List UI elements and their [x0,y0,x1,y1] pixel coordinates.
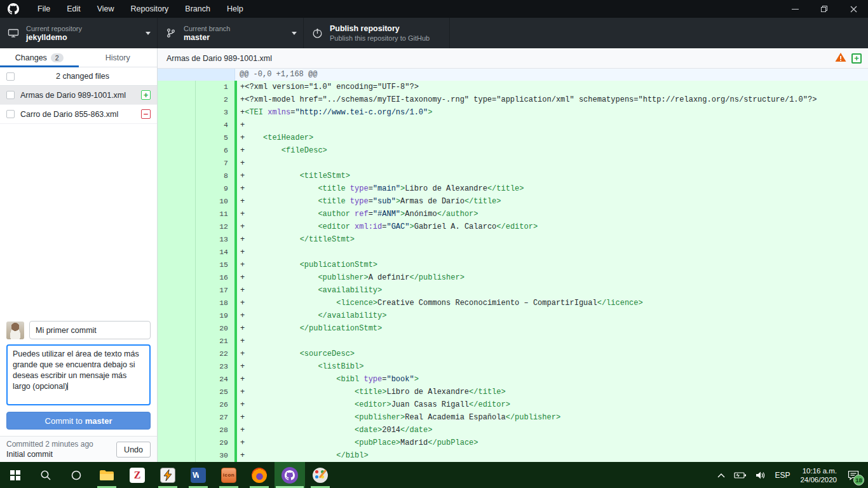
diff-line: 11+ <author ref="#ANM">Anónimo</author> [158,208,868,220]
diff-file-header: Armas de Dario 989-1001.xml + [158,48,868,69]
firefox-icon [252,468,267,483]
sidebar-tabs: Changes 2 History [0,48,157,67]
start-button[interactable] [0,462,31,488]
git-branch-icon [164,28,178,38]
folder-icon [99,469,114,482]
last-commit-banner: Committed 2 minutes ago Initial commit U… [0,436,157,462]
diff-line: 26+ <editor>Juan Casas Rigall</editor> [158,398,868,411]
diff-line: 5+ <teiHeader> [158,132,868,144]
file-removed-icon: − [141,109,151,119]
zotero-icon: Z [130,468,145,483]
action-center-button[interactable]: 18 [843,462,868,488]
battery-icon[interactable] [729,462,751,488]
diff-lines: 1+<?xml version="1.0" encoding="UTF-8"?>… [158,81,868,462]
tab-history-label: History [105,53,130,62]
publish-title: Publish repository [330,24,430,34]
undo-button[interactable]: Undo [116,442,151,458]
repository-name: jekylldemo [26,33,82,43]
current-branch-dropdown[interactable]: Current branch master [158,18,304,48]
tray-time: 10:16 a.m. [800,466,837,475]
warning-icon[interactable] [835,52,846,64]
language-indicator[interactable]: ESP [770,462,794,488]
diff-line: 20+ </publicationStmt> [158,322,868,335]
commit-description-text: Puedes utilizar el área de texto más gra… [13,349,139,391]
commit-button[interactable]: Commit to master [6,412,151,430]
diff-line: 3+<TEI xmlns="http://www.tei-c.org/ns/1.… [158,106,868,119]
sidebar: Changes 2 History 2 changed files Armas … [0,48,158,462]
diff-line: 21+ [158,335,868,348]
commit-button-label: Commit to [45,416,83,426]
github-desktop-icon [281,467,298,484]
publish-subtitle: Publish this repository to GitHub [330,34,430,43]
menu-branch[interactable]: Branch [177,0,219,18]
file-row-carro[interactable]: Carro de Dario 855-863.xml − [0,105,157,124]
expand-diff-icon[interactable]: + [851,53,862,64]
notification-count-badge: 18 [853,475,864,485]
menu-file[interactable]: File [29,0,58,18]
github-logo-icon [8,3,19,15]
chevron-down-icon [146,32,151,35]
zotero-button[interactable]: Z [122,462,153,488]
file-explorer-button[interactable] [92,462,122,488]
current-repository-dropdown[interactable]: Current repository jekylldemo [0,18,158,48]
file-name: Armas de Dario 989-1001.xml [20,91,135,100]
diff-line: 27+ <publisher>Real Academia Española</p… [158,411,868,424]
clock[interactable]: 10:16 a.m. 24/06/2020 [794,466,843,484]
branch-label: Current branch [184,24,230,33]
tab-history[interactable]: History [79,48,158,67]
commit-description-textarea[interactable]: Puedes utilizar el área de texto más gra… [6,344,151,405]
icon-app-icon: icon [221,468,236,483]
word-icon: W [191,468,206,483]
github-desktop-button[interactable] [275,462,305,488]
diff-line: 4+ [158,119,868,132]
paint-palette-icon [313,468,328,483]
commit-button-branch: master [85,416,112,426]
menu-repository[interactable]: Repository [123,0,177,18]
search-button[interactable] [31,462,61,488]
file-checkbox[interactable] [6,91,15,99]
tray-chevron-up-icon[interactable] [713,462,729,488]
cortana-button[interactable] [61,462,92,488]
diff-line: 16+ <publisher>A definir</publisher> [158,271,868,284]
firefox-button[interactable] [244,462,275,488]
diff-line: 9+ <title type="main">Libro de Alexandre… [158,182,868,195]
publish-repository-button[interactable]: Publish repository Publish this reposito… [304,18,450,48]
word-button[interactable]: W [183,462,214,488]
menu-view[interactable]: View [89,0,123,18]
diff-panel: Armas de Dario 989-1001.xml + @@ -0,0 +1… [158,48,868,462]
diff-view: @@ -0,0 +1,168 @@ 1+<?xml version="1.0" … [158,69,868,462]
system-tray: ESP 10:16 a.m. 24/06/2020 18 [713,462,868,488]
close-button[interactable] [839,0,868,18]
tab-changes[interactable]: Changes 2 [0,48,79,67]
diff-line: 14+ [158,246,868,259]
minimize-button[interactable] [780,0,810,18]
commit-summary-input[interactable] [29,321,151,339]
diff-line: 19+ </availability> [158,309,868,322]
github-desktop-window: File Edit View Repository Branch Help Cu… [0,0,868,488]
file-row-armas[interactable]: Armas de Dario 989-1001.xml + [0,86,157,105]
volume-icon[interactable] [751,462,770,488]
menu-help[interactable]: Help [219,0,252,18]
hunk-gutter [158,69,235,81]
diff-line: 10+ <title type="sub">Armas de Darío</ti… [158,195,868,208]
diff-line: 8+ <titleStmt> [158,170,868,182]
hunk-header: @@ -0,0 +1,168 @@ [158,69,868,81]
text-caret [67,383,68,390]
search-icon [40,470,51,481]
toolbar: Current repository jekylldemo Current br… [0,18,868,48]
menu-edit[interactable]: Edit [58,0,89,18]
upload-cloud-icon [310,28,324,39]
icon-app-button[interactable]: icon [214,462,244,488]
diff-line: 13+ </titleStmt> [158,233,868,246]
diff-file-title: Armas de Dario 989-1001.xml [166,54,272,63]
diff-line: 17+ <availability> [158,284,868,297]
diff-line: 7+ [158,157,868,170]
diff-line: 15+ <publicationStmt> [158,259,868,271]
file-checkbox[interactable] [6,110,15,118]
paint3d-button[interactable] [305,462,336,488]
diff-line: 23+ <listBibl> [158,360,868,373]
winamp-button[interactable] [153,462,183,488]
cortana-icon [71,470,82,481]
select-all-checkbox[interactable] [6,72,15,81]
restore-button[interactable] [810,0,839,18]
